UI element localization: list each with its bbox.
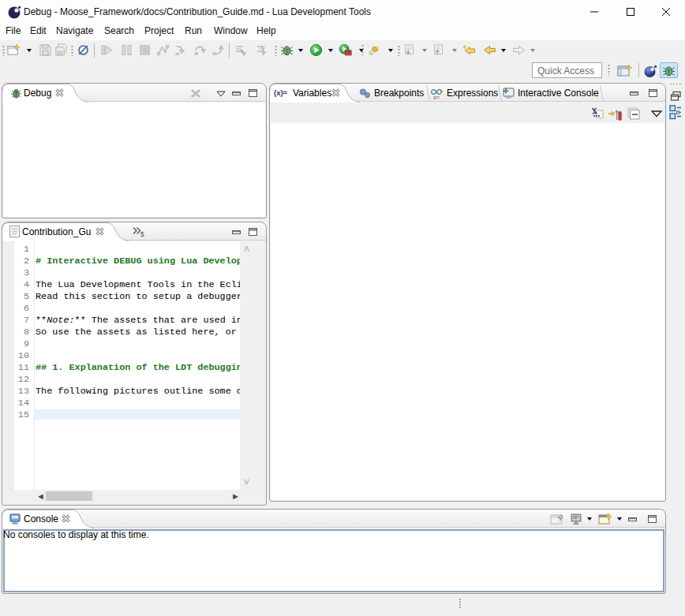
svg-text:5: 5 — [140, 230, 144, 238]
svg-text:x=: x= — [433, 94, 440, 100]
